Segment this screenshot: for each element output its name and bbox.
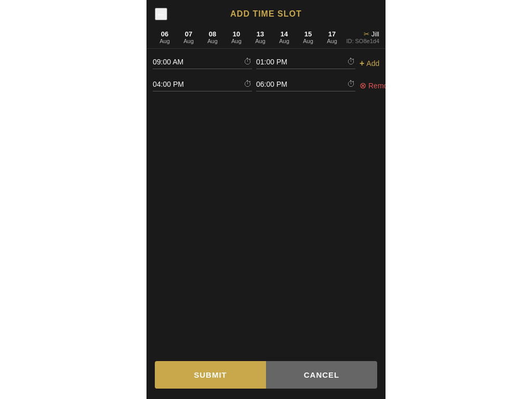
phone-container: ← ADD TIME SLOT 06Aug07Aug08Aug10Aug13Au… <box>147 0 385 399</box>
date-item[interactable]: 15Aug <box>296 30 320 44</box>
date-month: Aug <box>303 38 313 44</box>
end-time-group: ⏱ <box>256 57 355 69</box>
add-label: Add <box>366 59 379 68</box>
add-icon: + <box>360 59 364 68</box>
bottom-buttons: SUBMIT CANCEL <box>147 355 385 399</box>
date-row: 06Aug07Aug08Aug10Aug13Aug14Aug15Aug17Aug… <box>147 26 385 49</box>
time-slot-row: ⏱ ⏱ ⊗Remove <box>153 79 379 91</box>
date-day: 06 <box>161 30 168 38</box>
date-month: Aug <box>159 38 170 44</box>
date-month: Aug <box>207 38 218 44</box>
clock-icon-start[interactable]: ⏱ <box>244 79 252 89</box>
date-item[interactable]: 06Aug <box>153 30 177 44</box>
date-item[interactable]: 07Aug <box>177 30 201 44</box>
time-slot-row: ⏱ ⏱ +Add <box>153 57 379 69</box>
page-title: ADD TIME SLOT <box>230 9 301 19</box>
cancel-button[interactable]: CANCEL <box>266 361 377 389</box>
date-day: 14 <box>281 30 288 38</box>
submit-button[interactable]: SUBMIT <box>155 361 266 389</box>
date-month: Aug <box>279 38 289 44</box>
user-info: ✂ Jill ID: SO8e1d4 <box>346 30 379 44</box>
date-item[interactable]: 14Aug <box>272 30 296 44</box>
scissors-icon: ✂ <box>364 30 369 38</box>
remove-slot-button[interactable]: ⊗Remove <box>360 81 385 90</box>
end-time-input[interactable] <box>256 58 347 66</box>
date-list: 06Aug07Aug08Aug10Aug13Aug14Aug15Aug17Aug <box>153 30 342 44</box>
date-day: 17 <box>328 30 336 38</box>
start-time-group: ⏱ <box>153 57 252 69</box>
date-day: 13 <box>257 30 264 38</box>
header: ← ADD TIME SLOT <box>147 0 385 26</box>
date-month: Aug <box>183 38 194 44</box>
start-time-input[interactable] <box>153 58 244 66</box>
clock-icon-start[interactable]: ⏱ <box>244 57 252 66</box>
remove-label: Remove <box>368 82 385 90</box>
date-item[interactable]: 08Aug <box>201 30 224 44</box>
date-day: 10 <box>233 30 240 38</box>
date-month: Aug <box>255 38 265 44</box>
start-time-input[interactable] <box>153 80 244 88</box>
back-button[interactable]: ← <box>155 8 167 20</box>
date-item[interactable]: 13Aug <box>248 30 272 44</box>
end-time-group: ⏱ <box>256 79 355 91</box>
clock-icon-end[interactable]: ⏱ <box>347 79 355 89</box>
add-slot-button[interactable]: +Add <box>360 59 385 68</box>
user-id-label: ID: SO8e1d4 <box>346 38 379 44</box>
remove-icon: ⊗ <box>360 81 366 90</box>
date-day: 07 <box>185 30 192 38</box>
end-time-input[interactable] <box>256 80 347 88</box>
timeslots-area: ⏱ ⏱ +Add ⏱ ⏱ ⊗Remove <box>147 49 385 355</box>
date-month: Aug <box>327 38 337 44</box>
user-name-label: Jill <box>371 30 379 38</box>
date-item[interactable]: 17Aug <box>320 30 342 44</box>
clock-icon-end[interactable]: ⏱ <box>347 57 355 66</box>
user-name-row: ✂ Jill <box>364 30 379 38</box>
date-month: Aug <box>231 38 242 44</box>
start-time-group: ⏱ <box>153 79 252 91</box>
date-day: 15 <box>304 30 312 38</box>
date-day: 08 <box>209 30 216 38</box>
date-item[interactable]: 10Aug <box>224 30 248 44</box>
